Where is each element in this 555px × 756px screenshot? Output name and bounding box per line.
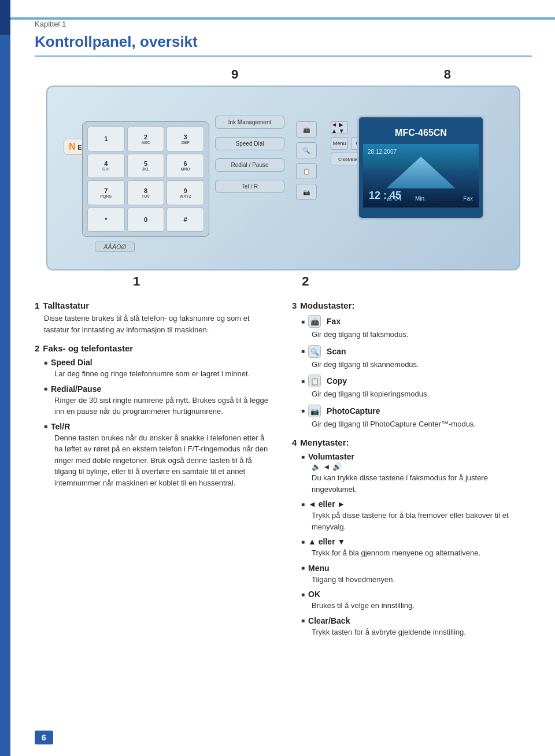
section-4-number: 4 — [292, 438, 297, 447]
callout-9: 9 — [231, 67, 238, 82]
section-1-title: Talltastatur — [43, 301, 89, 310]
sub-scan-mode-desc: Gir deg tilgang til skannemodus. — [312, 359, 532, 370]
sub-updown-desc: Trykk for å bla gjennom menyene og alter… — [312, 547, 532, 559]
volume-icons: 🔈 ◄ 🔊 — [312, 462, 532, 471]
sub-volume-title: Volumtaster — [301, 452, 532, 461]
sub-updown: ▲ eller ▼ Trykk for å bla gjennom menyen… — [301, 537, 532, 559]
sub-copy-mode: 📋 Copy Gir deg tilgang til kopieringsmod… — [301, 375, 532, 400]
mode-scan-btn: 🔍 — [296, 142, 317, 158]
scan-mode-icon: 🔍 — [308, 345, 321, 358]
sub-telr-title: Tel/R — [44, 422, 275, 431]
sub-updown-title: ▲ eller ▼ — [301, 537, 532, 546]
left-column: 1 Talltastatur Disse tastene brukes til … — [35, 301, 275, 646]
section-4-title: Menytaster: — [300, 438, 349, 447]
sub-redial: Redial/Pause Ringer de 30 sist ringte nu… — [44, 384, 275, 417]
key-4: 4GHI — [87, 154, 125, 179]
sub-telr-desc: Denne tasten brukes når du ønsker å snak… — [54, 432, 275, 489]
key-3: 3DEF — [166, 127, 204, 151]
sub-leftright-title: ◄ eller ► — [301, 499, 532, 509]
section-1-desc: Disse tastene brukes til å slå telefon- … — [44, 313, 275, 335]
key-1: 1 — [87, 127, 125, 151]
sub-ok: OK Brukes til å velge en innstilling. — [301, 590, 532, 612]
page-title: Kontrollpanel, oversikt — [35, 33, 532, 57]
sub-clearback-title: Clear/Back — [301, 616, 532, 625]
section-1: 1 Talltastatur Disse tastene brukes til … — [35, 301, 275, 335]
tel-r-btn: Tel / R — [215, 180, 284, 193]
key-7: 7PQRS — [87, 180, 125, 205]
sub-speed-dial-title: Speed Dial — [44, 358, 275, 367]
lcd-min: Min. — [415, 195, 426, 202]
sub-scan-mode: 🔍 Scan Gir deg tilgang til skannemodus. — [301, 345, 532, 370]
top-blue-line — [10, 17, 555, 20]
sub-redial-desc: Ringer de 30 sist ringte numrene på nytt… — [54, 395, 275, 417]
sub-photo-mode-desc: Gir deg tilgang til PhotoCapture Center™… — [312, 418, 532, 430]
section-2-title: Faks- og telefontaster — [43, 343, 133, 353]
chapter-label: Kapittel 1 — [35, 20, 532, 28]
fax-mode-icon: 📠 — [308, 315, 321, 328]
page-footer: 6 — [35, 731, 532, 744]
page-number: 6 — [35, 731, 53, 744]
sub-fax-mode: 📠 Fax Gir deg tilgang til faksmodus. — [301, 315, 532, 340]
section-2-number: 2 — [35, 343, 39, 353]
printer-controls: Ink Management Speed Dial Redial / Pause… — [215, 116, 284, 193]
right-column: 3 Modustaster: 📠 Fax Gir deg tilgang til… — [292, 301, 532, 646]
mode-copy-btn: 📋 — [296, 163, 317, 179]
sub-leftright: ◄ eller ► Trykk på disse tastene for å b… — [301, 499, 532, 532]
lcd-date: 28.12.2007 — [368, 149, 397, 155]
sub-photo-mode-title: 📷 PhotoCapture — [301, 405, 532, 417]
printer-diagram: N ETWORK 1 2ABC 3DEF 4GHI 5JKL 6MNO 7PQR… — [46, 86, 520, 270]
sub-scan-mode-title: 🔍 Scan — [301, 345, 532, 358]
sub-copy-mode-title: 📋 Copy — [301, 375, 532, 387]
sub-telr: Tel/R Denne tasten brukes når du ønsker … — [44, 422, 275, 489]
key-star: * — [87, 207, 125, 232]
mode-buttons: 📠 🔍 📋 📷 — [296, 121, 317, 200]
sub-volume: Volumtaster 🔈 ◄ 🔊 Du kan trykke disse ta… — [301, 452, 532, 495]
sub-clearback: Clear/Back Trykk tasten for å avbryte gj… — [301, 616, 532, 638]
sub-speed-dial-desc: Lar deg finne og ringe telefonnumre som … — [54, 368, 275, 380]
sub-volume-desc: Du kan trykke disse tastene i faksmodus … — [312, 472, 532, 495]
sub-speed-dial: Speed Dial Lar deg finne og ringe telefo… — [44, 358, 275, 380]
sub-ok-desc: Brukes til å velge en innstilling. — [312, 600, 532, 612]
key-0: 0 — [127, 207, 165, 232]
lcd-counter: 🖨 04 — [386, 195, 401, 202]
photo-mode-icon: 📷 — [308, 405, 321, 417]
sub-menu: Menu Tilgang til hovedmenyen. — [301, 564, 532, 585]
key-6: 6MNO — [166, 154, 204, 179]
left-accent-bar — [0, 0, 10, 756]
left-accent-bar-top — [0, 0, 10, 35]
sub-ok-title: OK — [301, 590, 532, 599]
extra-keys: ÄÅÄÖØ — [95, 242, 135, 252]
mode-photo-btn: 📷 — [296, 184, 317, 200]
callout-2: 2 — [302, 274, 309, 289]
sub-copy-mode-desc: Gir deg tilgang til kopieringsmodus. — [312, 388, 532, 400]
lcd-model-text: MFC-465CN — [395, 128, 447, 138]
sub-fax-mode-desc: Gir deg tilgang til faksmodus. — [312, 329, 532, 340]
ink-management-btn: Ink Management — [215, 116, 284, 129]
sub-clearback-desc: Trykk tasten for å avbryte gjeldende inn… — [312, 627, 532, 638]
main-content: 1 Talltastatur Disse tastene brukes til … — [35, 301, 532, 646]
section-2: 2 Faks- og telefontaster Speed Dial Lar … — [35, 343, 275, 488]
lcd-display: MFC-465CN 28.12.2007 12 : 45 Fax 🖨 04 — [357, 116, 484, 220]
section-1-number: 1 — [35, 301, 39, 310]
sub-menu-desc: Tilgang til hovedmenyen. — [312, 574, 532, 585]
speed-dial-btn: Speed Dial — [215, 137, 284, 150]
sub-menu-title: Menu — [301, 564, 532, 573]
section-3-title: Modustaster: — [300, 301, 354, 310]
redial-pause-btn: Redial / Pause — [215, 158, 284, 172]
sub-photo-mode: 📷 PhotoCapture Gir deg tilgang til Photo… — [301, 405, 532, 430]
key-8: 8TUV — [127, 180, 165, 205]
key-9: 9WXYZ — [166, 180, 204, 205]
callout-1: 1 — [133, 274, 140, 289]
printer-diagram-section: 9 8 N ETWORK 1 2ABC 3DEF 4GHI 5JKL 6MNO … — [35, 67, 532, 289]
key-2: 2ABC — [127, 127, 165, 151]
key-5: 5JKL — [127, 154, 165, 179]
mode-fax-btn: 📠 — [296, 121, 317, 138]
section-4: 4 Menytaster: Volumtaster 🔈 ◄ 🔊 Du kan t… — [292, 438, 532, 638]
section-3-number: 3 — [292, 301, 297, 310]
sub-redial-title: Redial/Pause — [44, 384, 275, 394]
copy-mode-icon: 📋 — [308, 375, 321, 387]
sub-leftright-desc: Trykk på disse tastene for å bla fremove… — [312, 510, 532, 532]
callout-8: 8 — [444, 67, 451, 82]
lcd-fax: Fax — [463, 195, 473, 202]
key-hash: # — [166, 207, 204, 232]
